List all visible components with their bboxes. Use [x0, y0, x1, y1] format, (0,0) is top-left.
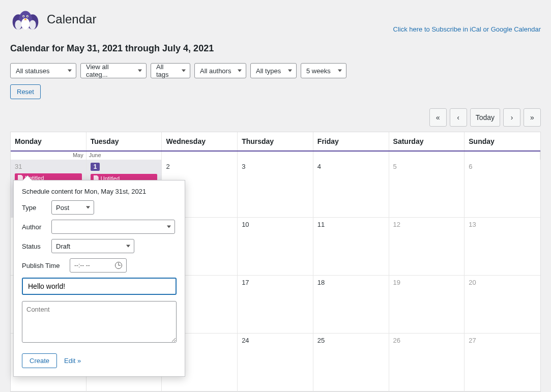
type-select[interactable]: Post: [51, 200, 94, 215]
svg-point-4: [15, 20, 21, 29]
clock-icon: [115, 262, 122, 269]
filter-authors-dropdown[interactable]: All authors: [194, 63, 246, 78]
type-label: Type: [22, 204, 47, 212]
calendar-cell[interactable]: 26: [389, 334, 465, 391]
calendar-cell[interactable]: 6: [465, 160, 540, 218]
nav-last-button[interactable]: »: [524, 108, 541, 127]
calendar-cell[interactable]: 13: [465, 218, 540, 276]
day-number: 26: [393, 337, 460, 344]
calendar-cell[interactable]: 3: [238, 160, 313, 218]
date-range-title: Calendar for May 31, 2021 through July 4…: [10, 43, 541, 54]
publish-time-label: Publish Time: [22, 262, 66, 269]
calendar-cell[interactable]: 24: [238, 334, 313, 391]
day-number: 19: [393, 279, 460, 286]
status-select[interactable]: Draft: [51, 239, 134, 253]
author-select[interactable]: [51, 220, 175, 234]
chevron-down-icon: [182, 70, 186, 72]
weekday-header: Thursday: [238, 132, 313, 150]
svg-point-5: [30, 20, 36, 29]
filter-status-dropdown[interactable]: All statuses: [10, 63, 76, 78]
author-label: Author: [22, 223, 47, 231]
nav-prev-button[interactable]: ‹: [450, 108, 467, 127]
calendar-cell[interactable]: 20: [465, 276, 540, 334]
calendar-cell[interactable]: 4: [313, 160, 389, 218]
day-number: 5: [393, 163, 460, 170]
weekday-header: Sunday: [465, 132, 540, 150]
chevron-down-icon: [86, 206, 90, 209]
page-title: Calendar: [47, 12, 96, 26]
popup-heading: Schedule content for Mon, May 31st, 2021: [22, 188, 177, 195]
nav-today-button[interactable]: Today: [470, 108, 500, 127]
chevron-down-icon: [338, 70, 342, 72]
day-number: 4: [317, 163, 385, 170]
month-label-june: June: [86, 152, 162, 160]
weekday-header: Wednesday: [162, 132, 238, 150]
calendar-cell[interactable]: 11: [313, 218, 389, 276]
calendar-cell[interactable]: 19: [389, 276, 465, 334]
month-label-may: May: [11, 152, 86, 160]
post-content-textarea[interactable]: [22, 301, 177, 343]
calendar-cell[interactable]: 18: [313, 276, 389, 334]
weekday-header: Tuesday: [86, 132, 162, 150]
day-number: 6: [469, 163, 536, 170]
day-number: 13: [469, 221, 536, 228]
chevron-down-icon: [126, 245, 130, 248]
day-number: 12: [393, 221, 460, 228]
weekday-header: Saturday: [389, 132, 465, 150]
chevron-down-icon: [68, 70, 72, 72]
calendar-cell[interactable]: 17: [238, 276, 313, 334]
chevron-down-icon: [167, 226, 171, 228]
calendar-cell[interactable]: 5: [389, 160, 465, 218]
popup-arrow: [23, 176, 32, 180]
calendar-cell[interactable]: 27: [465, 334, 540, 391]
chevron-down-icon: [288, 70, 292, 72]
day-number: 17: [242, 279, 309, 286]
calendar-cell[interactable]: 12: [389, 218, 465, 276]
status-label: Status: [22, 243, 47, 250]
day-number: 18: [317, 279, 385, 286]
post-title-input[interactable]: [22, 278, 177, 295]
nav-next-button[interactable]: ›: [503, 108, 520, 127]
day-number: 2: [166, 163, 233, 170]
schedule-popup: Schedule content for Mon, May 31st, 2021…: [13, 180, 185, 377]
filter-category-dropdown[interactable]: View all categ...: [80, 63, 147, 78]
day-number: 11: [317, 221, 385, 228]
nav-first-button[interactable]: «: [429, 108, 447, 127]
svg-point-8: [23, 16, 24, 17]
day-number: 27: [469, 337, 536, 344]
filter-types-dropdown[interactable]: All types: [250, 63, 297, 78]
calendar-cell[interactable]: 10: [238, 218, 313, 276]
subscribe-link[interactable]: Click here to Subscribe in iCal or Googl…: [393, 25, 541, 33]
create-button[interactable]: Create: [22, 353, 57, 368]
weekday-header: Monday: [11, 132, 86, 150]
weekday-header: Friday: [313, 132, 389, 150]
today-badge: 1: [91, 163, 100, 171]
publish-time-input[interactable]: --:-- --: [70, 258, 127, 273]
chevron-down-icon: [238, 70, 242, 72]
edit-link[interactable]: Edit »: [64, 357, 81, 365]
reset-button[interactable]: Reset: [10, 84, 41, 99]
day-number: 3: [242, 163, 309, 170]
chevron-down-icon: [138, 70, 142, 72]
day-number: 25: [317, 337, 385, 344]
filter-weeks-dropdown[interactable]: 5 weeks: [301, 63, 346, 78]
time-value: --:-- --: [74, 262, 90, 269]
day-number: 24: [242, 337, 309, 344]
calendar-cell[interactable]: 25: [313, 334, 389, 391]
svg-point-9: [27, 16, 28, 17]
app-logo: [10, 5, 41, 33]
day-number: 10: [242, 221, 309, 228]
day-number: 31: [15, 163, 82, 170]
day-number: 20: [469, 279, 536, 286]
filter-tags-dropdown[interactable]: All tags: [151, 63, 190, 78]
